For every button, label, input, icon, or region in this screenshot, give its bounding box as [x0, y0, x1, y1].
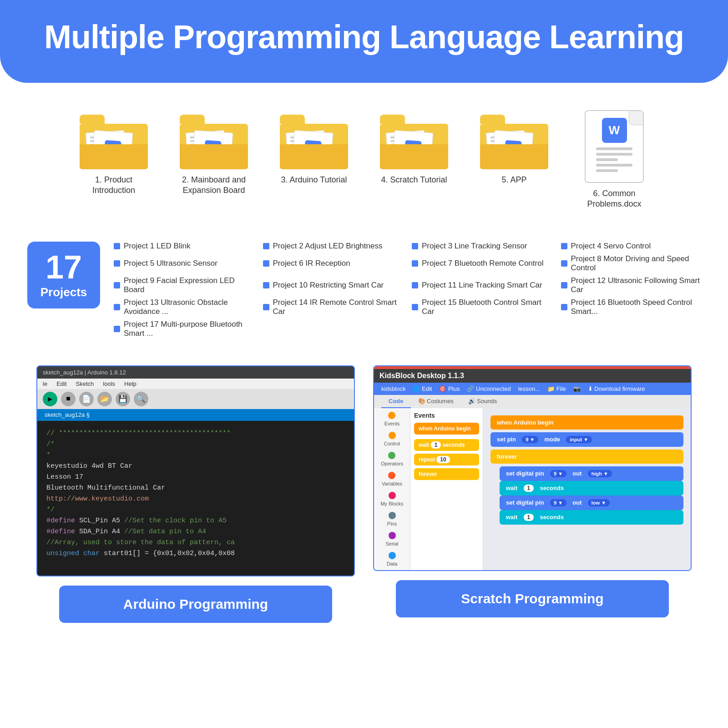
scratch-block-wait-2: wait 1 seconds [500, 510, 683, 525]
list-item: Project 11 Line Tracking Smart Car [412, 276, 552, 294]
sidebar-item-serial[interactable]: Serial [385, 532, 398, 546]
folder-item[interactable]: W 3. Arduino Tutorial [278, 110, 350, 210]
new-button[interactable]: 📄 [79, 392, 94, 406]
list-item: Project 8 Motor Driving and Speed Contro… [561, 254, 701, 273]
folder-icon-5: W [480, 110, 548, 169]
kidsblock-tabs: Code 🎨 Costumes 🔊 Sounds [374, 395, 691, 408]
projects-count: 17 [46, 251, 82, 283]
sidebar-item-control[interactable]: Control [384, 432, 400, 446]
nav-plus[interactable]: 🎯 Plus [439, 385, 460, 392]
kb-block-when-begin[interactable]: when Arduino begin [414, 423, 479, 435]
list-item: Project 4 Servo Control [561, 242, 701, 251]
scratch-block-set-pin-mode: set pin 9 ▼ mode input ▼ [490, 432, 683, 447]
list-item: Project 9 Facial Expression LED Board [114, 276, 254, 294]
folder-item[interactable]: W 4. Scratch Tutorial [378, 110, 450, 210]
stop-button[interactable]: ■ [61, 392, 76, 406]
project-bullet [263, 282, 269, 288]
header: Multiple Programming Language Learning [0, 0, 728, 83]
kidsblock-window: KidsBlock Desktop 1.1.3 kidsblock 🌐 Edit… [373, 365, 692, 571]
list-item: Project 15 Bluetooth Control Smart Car [412, 298, 552, 316]
project-bullet [114, 304, 120, 310]
nav-unconnected[interactable]: 🔗 Unconnected [467, 385, 511, 392]
arduino-code: // *************************************… [37, 421, 354, 576]
folders-section: W 1. Product Introduction W 2. Mainboard… [0, 101, 728, 228]
play-button[interactable]: ▶ [43, 392, 57, 406]
folder-label-3: 3. Arduino Tutorial [281, 175, 347, 185]
kb-block-forever[interactable]: forever [414, 468, 479, 480]
word-badge: W [602, 118, 627, 143]
folder-label-2: 2. Mainboard and Expansion Board [177, 175, 250, 196]
list-item: Project 1 LED Blink [114, 242, 254, 251]
sidebar-item-variables[interactable]: Variables [382, 472, 402, 486]
nav-kidsblock[interactable]: kidsblock [381, 385, 405, 392]
project-bullet [263, 243, 269, 249]
folder-icon-3: W [280, 110, 348, 169]
kb-blocks-title: Events [414, 412, 479, 419]
open-button[interactable]: 📂 [97, 392, 112, 406]
folder-item[interactable]: W 5. APP [478, 110, 551, 210]
kidsblock-body: Events Control Operators Variables [374, 408, 691, 570]
projects-label: Projects [40, 285, 87, 299]
arduino-card: sketch_aug12a | Arduino 1.8.12 le Edit S… [36, 365, 355, 623]
arduino-menubar: le Edit Sketch lools Help [37, 379, 354, 389]
tab-code[interactable]: Code [381, 395, 411, 408]
scratch-programming-button[interactable]: Scratch Programming [396, 580, 669, 617]
project-bullet [114, 260, 120, 267]
scratch-block-forever: forever [490, 450, 683, 464]
list-item: Project 16 Bluetooth Speed Control Smart… [561, 298, 701, 316]
projects-badge: 17 Projects [27, 242, 100, 308]
folder-item[interactable]: W 1. Product Introduction [77, 110, 150, 210]
scratch-block-set-digital-low: set digital pin 9 ▼ out low ▼ [500, 495, 683, 510]
list-item: Project 3 Line Tracking Sensor [412, 242, 552, 251]
projects-grid: Project 1 LED Blink Project 2 Adjust LED… [114, 242, 701, 338]
kb-block-repeat[interactable]: repeat 10 [414, 454, 479, 465]
sidebar-item-data[interactable]: Data [387, 552, 397, 566]
folder-item[interactable]: W 6. Common Problems.docx [578, 110, 651, 210]
sidebar-item-events[interactable]: Events [384, 412, 400, 426]
scratch-blocks-container: when Arduino begin set pin 9 ▼ mode inpu… [490, 415, 683, 525]
tab-costumes[interactable]: 🎨 Costumes [411, 395, 461, 408]
folder-icon-1: W [80, 110, 148, 169]
folder-label-4: 4. Scratch Tutorial [381, 175, 447, 185]
nav-camera[interactable]: 📷 [573, 385, 581, 392]
list-item: Project 6 IR Reception [263, 254, 403, 273]
sidebar-item-pins[interactable]: Pins [387, 512, 397, 526]
list-item: Project 12 Ultrasonic Following Smart Ca… [561, 276, 701, 294]
project-bullet [561, 243, 567, 249]
tab-sounds[interactable]: 🔊 Sounds [461, 395, 505, 408]
nav-lesson[interactable]: lesson... [518, 385, 540, 392]
kb-blocks-panel: Events when Arduino begin wait 1 seconds… [410, 408, 483, 570]
word-doc-icon: W [585, 110, 644, 183]
scratch-block-when-begin: when Arduino begin [490, 415, 683, 430]
scratch-block-wait-1: wait 1 seconds [500, 481, 683, 495]
kb-block-wait[interactable]: wait 1 seconds [414, 439, 479, 451]
folder-label-5: 5. APP [501, 175, 526, 185]
folder-icon-2: W [180, 110, 248, 169]
folder-label-6: 6. Common Problems.docx [578, 188, 651, 210]
list-item: Project 5 Ultrasonic Sensor [114, 254, 254, 273]
arduino-tab[interactable]: sketch_aug12a § [37, 409, 354, 421]
arduino-toolbar: ▶ ■ 📄 📂 💾 🔍 [37, 389, 354, 409]
arduino-programming-button[interactable]: Arduino Programming [59, 586, 332, 623]
folder-item[interactable]: W 2. Mainboard and Expansion Board [177, 110, 250, 210]
projects-section: 17 Projects Project 1 LED Blink Project … [0, 228, 728, 352]
nav-file[interactable]: 📁 File [547, 385, 566, 392]
folder-icon-4: W [380, 110, 448, 169]
save-button[interactable]: 💾 [116, 392, 130, 406]
sidebar-item-operators[interactable]: Operators [381, 452, 403, 466]
page-title: Multiple Programming Language Learning [27, 18, 701, 56]
nav-edit[interactable]: 🌐 Edit [413, 385, 432, 392]
list-item: Project 17 Multi-purpose Bluetooth Smart… [114, 320, 254, 338]
folder-label-1: 1. Product Introduction [77, 175, 150, 196]
project-bullet [561, 260, 567, 267]
nav-download[interactable]: ⬇ Download firmware [588, 385, 645, 392]
monitor-button[interactable]: 🔍 [134, 392, 148, 406]
kidsblock-header: KidsBlock Desktop 1.1.3 [374, 369, 691, 383]
arduino-tab-label: sketch_aug12a § [45, 411, 90, 418]
project-bullet [412, 260, 418, 267]
sidebar-item-myblocks[interactable]: My Blocks [380, 492, 403, 506]
arduino-titlebar: sketch_aug12a | Arduino 1.8.12 [37, 366, 354, 379]
project-bullet [263, 304, 269, 310]
arduino-window: sketch_aug12a | Arduino 1.8.12 le Edit S… [36, 365, 355, 576]
list-item: Project 14 IR Remote Control Smart Car [263, 298, 403, 316]
